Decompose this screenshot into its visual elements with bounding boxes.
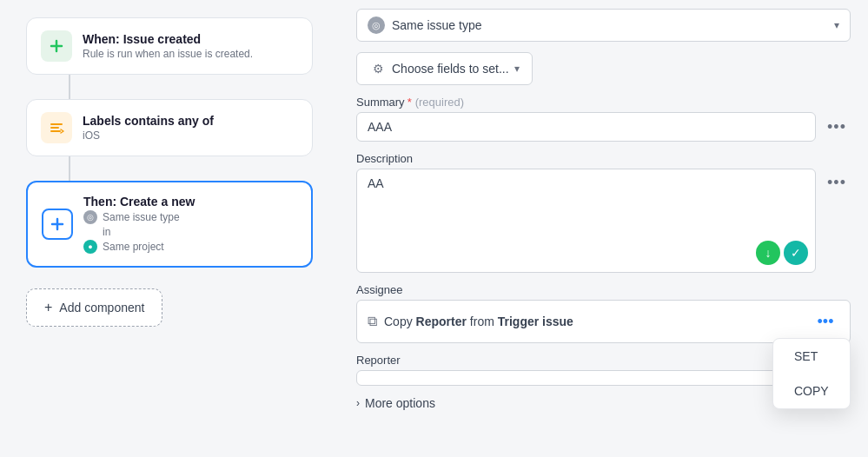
description-icon-1[interactable]: ↓ [756,241,780,265]
plus-icon: + [44,300,52,315]
summary-hint: (required) [415,96,464,109]
trigger-icon [41,30,72,62]
description-options-button[interactable]: ••• [823,169,851,196]
description-value: AA [368,176,384,190]
condition-content: Labels contains any of iOS [83,114,214,142]
chevron-down-icon: ▾ [834,19,839,31]
trigger-subtitle: Rule is run when an issue is created. [83,48,253,60]
assignee-label: Assignee [356,283,851,296]
summary-field-row: AAA ••• [356,112,851,142]
type-mini-icon: ◎ [83,210,97,224]
dropdown-left: ◎ Same issue type [368,17,482,34]
condition-icon [41,112,72,143]
set-option[interactable]: SET [773,339,850,374]
add-component-label: Add component [59,301,144,315]
copy-icon: ⧉ [368,314,377,329]
action-title: Then: Create a new [83,195,195,209]
summary-options-button[interactable]: ••• [823,113,851,141]
assignee-bold-2: Trigger issue [498,315,573,328]
action-type-label: Same issue type [103,211,180,223]
description-section: Description AA ↓ ✓ ••• [356,152,851,273]
gear-icon: ⚙ [369,60,387,77]
description-icons: ↓ ✓ [756,241,808,265]
summary-label: Summary*(required) [356,96,851,109]
assignee-container: ⧉ Copy Reporter from Trigger issue ••• S… [356,300,851,343]
summary-required: * [407,96,412,109]
action-icon [42,209,73,240]
action-item[interactable]: Then: Create a new ◎ Same issue type in … [26,181,313,268]
issue-type-value: Same issue type [392,18,482,32]
more-options-label: More options [365,396,435,410]
copy-option[interactable]: COPY [773,374,850,408]
condition-item[interactable]: Labels contains any of iOS [26,99,313,156]
choose-fields-button[interactable]: ⚙ Choose fields to set... ▾ [356,52,533,85]
action-in-row: in [83,226,195,238]
assignee-bold-1: Reporter [416,315,467,328]
description-field-row: AA ↓ ✓ ••• [356,169,851,273]
chevron-right-icon: › [356,397,360,409]
issue-type-icon: ◎ [368,17,385,34]
action-in-label: in [103,226,110,238]
action-content: Then: Create a new ◎ Same issue type in … [83,195,195,254]
action-project-row: ● Same project [83,240,195,254]
condition-subtitle: iOS [83,129,214,142]
fields-chevron-icon: ▾ [514,63,520,75]
action-type-row: ◎ Same issue type [83,210,195,224]
issue-type-dropdown[interactable]: ◎ Same issue type ▾ [356,9,851,42]
summary-input[interactable]: AAA [356,112,816,142]
assignee-section: Assignee ⧉ Copy Reporter from Trigger is… [356,283,851,343]
trigger-content: When: Issue created Rule is run when an … [83,32,253,60]
trigger-item[interactable]: When: Issue created Rule is run when an … [26,17,313,75]
description-icon-2[interactable]: ✓ [784,241,808,265]
choose-fields-row: ⚙ Choose fields to set... ▾ [356,52,851,85]
assignee-text: Copy Reporter from Trigger issue [384,315,805,328]
assignee-options-button[interactable]: ••• [812,308,839,335]
set-copy-dropdown: SET COPY [772,338,851,409]
connector-1 [69,75,70,99]
action-project-label: Same project [103,241,164,253]
spacer [26,268,313,281]
condition-title: Labels contains any of [83,114,214,128]
trigger-title: When: Issue created [83,32,253,46]
right-panel: ◎ Same issue type ▾ ⚙ Choose fields to s… [339,0,868,457]
add-component-button[interactable]: + Add component [26,288,162,327]
description-input[interactable]: AA ↓ ✓ [356,169,816,273]
left-panel: When: Issue created Rule is run when an … [0,0,339,457]
assignee-row: ⧉ Copy Reporter from Trigger issue ••• [356,300,851,343]
connector-2 [69,156,70,181]
summary-section: Summary*(required) AAA ••• [356,96,851,142]
project-mini-icon: ● [83,240,97,254]
choose-fields-label: Choose fields to set... [392,62,509,76]
description-label: Description [356,152,851,165]
